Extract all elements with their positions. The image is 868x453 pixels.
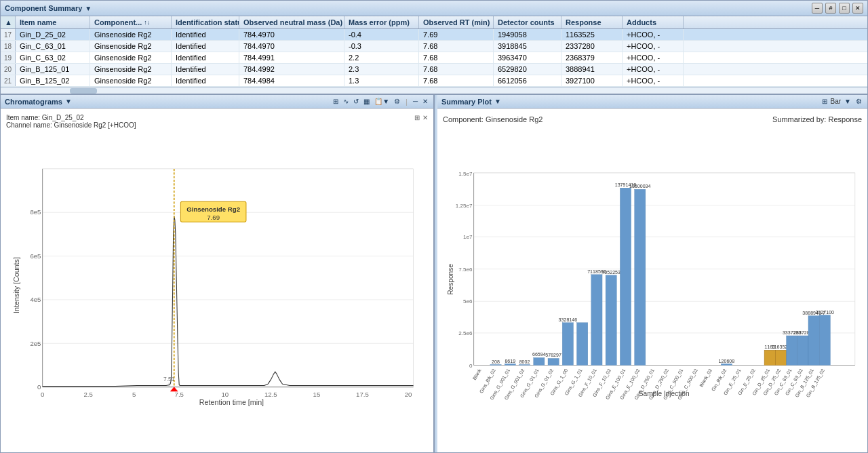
svg-text:2e5: 2e5 (30, 340, 41, 347)
summary-tool-dropdown[interactable]: ▼ (843, 98, 852, 105)
table-row[interactable]: 18 Gin_C_63_01 Ginsenoside Rg2 Identifie… (1, 41, 867, 52)
tool-minimize[interactable]: ─ (412, 98, 419, 105)
svg-text:1.25e7: 1.25e7 (456, 203, 473, 209)
svg-text:Blank: Blank (472, 368, 483, 381)
summary-dropdown[interactable]: ▼ (494, 98, 501, 105)
tool-grid[interactable]: ⊞ (332, 98, 340, 105)
table-row[interactable]: 20 Gin_B_125_01 Ginsenoside Rg2 Identifi… (1, 64, 867, 75)
th-obs-mass[interactable]: Observed neutral mass (Da) (239, 16, 344, 28)
tool-close[interactable]: ✕ (421, 98, 429, 105)
td-response: 1163525 (561, 29, 623, 40)
bar-d25-02-highlight (775, 350, 786, 365)
td-det-counts: 3963470 (494, 52, 561, 63)
title-dropdown-arrow[interactable]: ▼ (85, 5, 92, 12)
td-item-name: Gin_B_125_01 (16, 64, 90, 75)
td-obs-mass: 784.4992 (239, 64, 344, 75)
hash-button[interactable]: # (825, 3, 836, 14)
td-adducts: +HCOO, - (623, 75, 684, 86)
title-bar-controls: ─ # □ ✕ (812, 3, 863, 14)
chromatogram-panel-header: Chromatograms ▼ ⊞ ∿ ↺ ▦ 📋▼ ⚙ | ─ ✕ (1, 95, 433, 109)
svg-text:4e5: 4e5 (30, 296, 41, 303)
summary-tool-grid[interactable]: ⊞ (821, 98, 829, 105)
table-row[interactable]: 19 Gin_C_63_02 Ginsenoside Rg2 Identifie… (1, 52, 867, 64)
tool-curve[interactable]: ∿ (342, 98, 350, 105)
row-number: 17 (1, 29, 16, 40)
title-bar: Component Summary ▼ ─ # □ ✕ (1, 1, 867, 16)
td-obs-rt: 7.68 (419, 52, 494, 63)
chromatogram-chart-area: Item name: Gin_D_25_02 Channel name: Gin… (1, 109, 433, 452)
td-adducts: +HCOO, - (623, 41, 684, 52)
svg-text:1.5e7: 1.5e7 (458, 171, 473, 177)
tool-refresh[interactable]: ↺ (352, 98, 360, 105)
td-item-name: Gin_B_125_02 (16, 75, 90, 86)
chromatogram-title: Chromatograms (5, 98, 62, 106)
tool-settings[interactable]: ⚙ (393, 98, 401, 105)
table-header: ▲ Item name Component... ↑↓ Identificati… (1, 16, 867, 29)
table-scroll-area[interactable]: ▲ Item name Component... ↑↓ Identificati… (1, 16, 867, 87)
svg-text:20: 20 (405, 391, 412, 398)
bar-d25-01-highlight (764, 350, 775, 365)
bar-f10-01 (591, 275, 602, 366)
svg-text:Blank_02: Blank_02 (698, 368, 713, 389)
td-mass-err: -0.3 (344, 41, 419, 52)
svg-text:7052253: 7052253 (601, 270, 620, 275)
th-response[interactable]: Response (561, 16, 623, 28)
table-body: 17 Gin_D_25_02 Ginsenoside Rg2 Identifie… (1, 29, 867, 87)
bar-blk-02 (721, 364, 732, 366)
th-item-name[interactable]: Item name (16, 16, 90, 28)
svg-text:3328146: 3328146 (559, 317, 578, 323)
svg-text:Ginsenoside Rg2: Ginsenoside Rg2 (186, 205, 240, 213)
chrom-channel-label: Channel name: Ginsenoside Rg2 [+HCOO] (6, 121, 136, 129)
td-mass-err: 2.3 (344, 64, 419, 75)
bar-b125-02 (819, 315, 830, 366)
table-row[interactable]: 17 Gin_D_25_02 Ginsenoside Rg2 Identifie… (1, 29, 867, 41)
td-id-status: Identified (172, 52, 239, 63)
th-component[interactable]: Component... ↑↓ (90, 16, 172, 28)
td-response: 2368379 (561, 52, 623, 63)
td-obs-mass: 784.4970 (239, 29, 344, 40)
th-det-counts[interactable]: Detector counts (494, 16, 561, 28)
table-row[interactable]: 21 Gin_B_125_02 Ginsenoside Rg2 Identifi… (1, 75, 867, 87)
bar-g01-01 (534, 357, 545, 365)
th-id-status[interactable]: Identification status (172, 16, 239, 28)
svg-text:10: 10 (221, 391, 229, 398)
svg-text:5e6: 5e6 (463, 298, 473, 304)
td-component: Ginsenoside Rg2 (90, 52, 172, 63)
minimize-button[interactable]: ─ (812, 3, 823, 14)
tool-export[interactable]: 📋▼ (373, 98, 391, 105)
title-bar-left: Component Summary ▼ (5, 4, 92, 12)
tool-table[interactable]: ▦ (362, 98, 371, 105)
restore-button[interactable]: □ (839, 3, 850, 14)
svg-text:Retention time [min]: Retention time [min] (199, 398, 264, 406)
svg-text:0: 0 (469, 363, 473, 369)
svg-text:2.5e6: 2.5e6 (458, 330, 473, 336)
svg-text:5: 5 (132, 391, 136, 398)
h-scrollbar[interactable] (1, 87, 867, 94)
th-adducts[interactable]: Adducts (623, 16, 684, 28)
td-response: 3927100 (561, 75, 623, 86)
td-obs-rt: 7.68 (419, 64, 494, 75)
svg-text:7.5e6: 7.5e6 (458, 267, 473, 273)
chrom-close[interactable]: ✕ (422, 114, 428, 121)
bar-g1-01 (577, 323, 588, 366)
td-adducts: +HCOO, - (623, 64, 684, 75)
th-mass-error[interactable]: Mass error (ppm) (344, 16, 419, 28)
summary-tool-settings[interactable]: ⚙ (854, 98, 863, 105)
svg-text:2.5: 2.5 (83, 391, 92, 398)
chromatogram-dropdown[interactable]: ▼ (65, 98, 72, 105)
chrom-expand[interactable]: ⊞ (414, 114, 420, 121)
td-mass-err: 2.2 (344, 52, 419, 63)
th-obs-rt[interactable]: Observed RT (min) (419, 16, 494, 28)
close-button[interactable]: ✕ (852, 3, 863, 14)
h-scroll-thumb[interactable] (70, 88, 97, 94)
bar-g01-02 (548, 358, 559, 365)
component-summary-table-panel: ▲ Item name Component... ↑↓ Identificati… (1, 16, 867, 95)
chromatogram-panel: Chromatograms ▼ ⊞ ∿ ↺ ▦ 📋▼ ⚙ | ─ ✕ (1, 95, 435, 452)
summary-plot-header: Summary Plot ▼ ⊞ Bar ▼ ⚙ (437, 95, 867, 109)
bar-c63-02 (797, 336, 808, 366)
svg-text:8002: 8002 (519, 359, 530, 365)
td-response: 2337280 (561, 41, 623, 52)
td-item-name: Gin_C_63_01 (16, 41, 90, 52)
summary-tools: ⊞ Bar ▼ ⚙ (821, 98, 863, 105)
row-number: 21 (1, 75, 16, 86)
